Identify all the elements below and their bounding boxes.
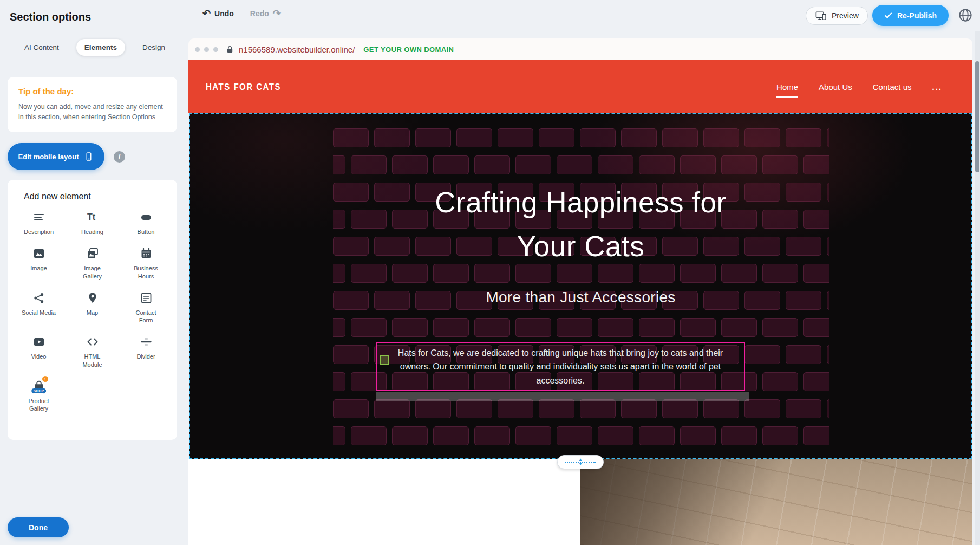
browser-chrome-bar: n1566589.websitebuilder.online/ GET YOUR… [188, 38, 972, 60]
tip-title: Tip of the day: [18, 87, 166, 96]
tab-elements[interactable]: Elements [76, 39, 125, 56]
window-dot-icon [195, 47, 200, 52]
next-section-blank [188, 459, 580, 545]
redo-label: Redo [250, 9, 269, 18]
undo-button[interactable]: ↶ Undo [202, 9, 234, 18]
add-new-element-panel: Add new element Description Tt Heading B… [8, 180, 177, 440]
next-section-photo [580, 459, 972, 545]
heading-icon: Tt [84, 210, 101, 224]
nav-about-us[interactable]: About Us [819, 82, 852, 92]
element-product-gallery[interactable]: SHOP ↑ Product Gallery [12, 379, 66, 413]
image-icon [31, 246, 47, 261]
element-grid: Description Tt Heading Button Image Imag… [12, 210, 173, 413]
element-business-hours[interactable]: Business Hours [119, 246, 173, 280]
element-label: Product Gallery [22, 397, 56, 413]
element-button[interactable]: Button [119, 210, 173, 236]
undo-redo-group: ↶ Undo Redo ↷ [202, 9, 281, 18]
arrow-down-icon: ▼ [578, 463, 583, 466]
scrollbar-thumb[interactable] [975, 61, 979, 172]
redo-icon: ↷ [273, 9, 281, 18]
element-html-module[interactable]: HTML Module [66, 335, 119, 368]
tip-of-the-day-card: Tip of the day: Now you can add, move an… [8, 77, 177, 132]
element-label: HTML Module [75, 353, 110, 368]
hero-heading[interactable]: Crafting Happiness for Your Cats [189, 180, 972, 268]
button-icon [138, 210, 154, 224]
globe-icon [957, 7, 974, 23]
hero-subheading[interactable]: More than Just Accessories [189, 289, 972, 306]
section-selection-outline [189, 113, 972, 459]
element-map[interactable]: Map [66, 291, 119, 325]
html-code-icon [84, 335, 101, 349]
element-label: Image [30, 264, 47, 272]
site-nav: Home About Us Contact us ... [776, 60, 942, 113]
element-heading[interactable]: Tt Heading [66, 210, 119, 236]
devices-icon [815, 10, 827, 21]
element-label: Divider [136, 353, 155, 360]
element-description[interactable]: Description [12, 210, 66, 236]
upgrade-badge-icon: ↑ [42, 376, 48, 382]
business-hours-icon [138, 246, 154, 261]
window-dot-icon [213, 47, 218, 52]
check-icon [884, 12, 892, 19]
window-dot-icon [204, 47, 209, 52]
window-control-dots [195, 47, 218, 52]
nav-contact-us[interactable]: Contact us [873, 82, 912, 92]
map-pin-icon [84, 291, 101, 305]
product-gallery-icon: SHOP ↑ [31, 379, 47, 393]
phone-icon [84, 151, 94, 162]
element-label: Image Gallery [75, 264, 110, 280]
edit-mobile-layout-button[interactable]: Edit mobile layout [8, 143, 104, 170]
element-image-gallery[interactable]: Image Gallery [66, 246, 119, 280]
hero-paragraph: Hats for Cats, we are dedicated to craft… [391, 346, 730, 388]
language-globe-button[interactable] [957, 7, 977, 27]
undo-icon: ↶ [202, 9, 211, 18]
contact-form-icon [138, 291, 154, 305]
element-label: Business Hours [129, 264, 164, 280]
video-icon [31, 335, 47, 349]
done-button[interactable]: Done [8, 517, 69, 537]
site-logo[interactable]: HATS FOR CATS [206, 81, 281, 92]
tab-ai-content[interactable]: AI Content [16, 39, 67, 56]
hero-section[interactable]: Crafting Happiness for Your Cats More th… [189, 113, 972, 459]
edit-mobile-label: Edit mobile layout [18, 153, 79, 161]
preview-label: Preview [832, 11, 859, 20]
get-domain-link[interactable]: GET YOUR OWN DOMAIN [363, 46, 454, 54]
drag-handle[interactable] [380, 355, 389, 365]
image-gallery-icon [84, 246, 101, 261]
republish-button[interactable]: Re-Publish [872, 5, 949, 26]
element-contact-form[interactable]: Contact Form [119, 291, 173, 325]
element-divider[interactable]: Divider [119, 335, 173, 368]
preview-button[interactable]: Preview [806, 7, 868, 25]
nav-more[interactable]: ... [932, 82, 942, 92]
sidebar-tabs: AI Content Elements Design [16, 39, 173, 56]
element-label: Map [87, 309, 98, 316]
republish-label: Re-Publish [897, 11, 937, 20]
info-icon[interactable]: i [114, 151, 125, 163]
tab-design[interactable]: Design [134, 39, 173, 56]
element-label: Video [31, 353, 47, 360]
element-label: Description [24, 228, 54, 236]
svg-text:Tt: Tt [87, 212, 96, 222]
nav-home[interactable]: Home [776, 82, 798, 92]
element-label: Social Media [22, 309, 56, 316]
undo-label: Undo [214, 9, 234, 18]
page-title: Section options [10, 11, 91, 23]
element-video[interactable]: Video [12, 335, 66, 368]
redo-button[interactable]: Redo ↷ [250, 9, 281, 18]
section-resize-handle[interactable]: ▲ ▼ [557, 455, 604, 469]
shop-badge: SHOP [31, 388, 47, 394]
element-image[interactable]: Image [12, 246, 66, 280]
tip-body: Now you can add, move and resize any ele… [18, 102, 166, 122]
selection-artifact [376, 392, 749, 401]
element-social-media[interactable]: Social Media [12, 291, 66, 325]
selected-paragraph-block[interactable]: Hats for Cats, we are dedicated to craft… [376, 342, 745, 391]
element-label: Heading [81, 228, 103, 236]
site-url: n1566589.websitebuilder.online/ [239, 45, 355, 54]
description-icon [31, 210, 47, 224]
social-media-icon [31, 291, 47, 305]
site-header: HATS FOR CATS Home About Us Contact us .… [188, 60, 972, 113]
element-label: Button [138, 228, 155, 236]
element-label: Contact Form [129, 309, 164, 325]
canvas-scrollbar[interactable] [975, 31, 980, 545]
sidebar-divider [8, 501, 177, 501]
